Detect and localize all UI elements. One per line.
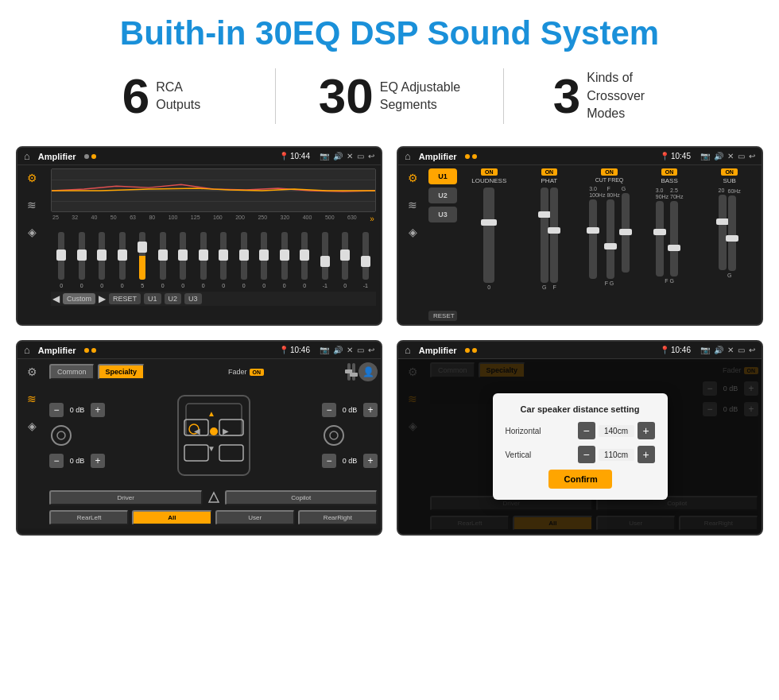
svg-text:▲: ▲ xyxy=(207,409,215,418)
home-icon[interactable]: ⌂ xyxy=(24,150,30,162)
eq-side-icons: ⚙ ≋ ◈ xyxy=(17,165,46,324)
stat-number-crossover: 3 xyxy=(553,72,580,121)
fader-on-badge[interactable]: ON xyxy=(250,369,265,376)
crossover-u3-btn[interactable]: U3 xyxy=(428,207,457,222)
vol-minus-3[interactable]: − xyxy=(322,403,336,417)
eq-reset-btn[interactable]: RESET xyxy=(109,293,141,304)
svg-text:◀: ◀ xyxy=(194,427,200,435)
minimize-icon[interactable]: ▭ xyxy=(357,152,364,160)
close-icon-4[interactable]: ✕ xyxy=(727,346,734,354)
eq-slider-4[interactable]: 0 xyxy=(114,232,132,288)
rearleft-btn[interactable]: RearLeft xyxy=(49,510,129,525)
cutfreq-on-badge[interactable]: ON xyxy=(601,168,618,176)
user-btn[interactable]: User xyxy=(215,510,295,525)
minimize-icon-2[interactable]: ▭ xyxy=(738,152,745,160)
svg-point-19 xyxy=(330,431,338,439)
eq-icon-3[interactable]: ⚙ xyxy=(27,365,37,378)
eq-slider-11[interactable]: 0 xyxy=(255,232,273,288)
eq-slider-10[interactable]: 0 xyxy=(235,232,254,288)
eq-u3-btn[interactable]: U3 xyxy=(184,293,202,304)
close-icon[interactable]: ✕ xyxy=(347,152,353,160)
fdot2 xyxy=(91,348,96,353)
back-icon-3[interactable]: ↩ xyxy=(368,346,374,354)
vol-plus-4[interactable]: + xyxy=(363,454,378,468)
eq-slider-1[interactable]: 0 xyxy=(52,232,71,288)
eq-icon[interactable]: ⚙ xyxy=(27,172,37,184)
eq-u1-btn[interactable]: U1 xyxy=(144,293,161,304)
crossover-dots xyxy=(465,154,477,159)
eq-u2-btn[interactable]: U2 xyxy=(165,293,182,304)
crossover-u2-btn[interactable]: U2 xyxy=(428,188,457,203)
close-icon-3[interactable]: ✕ xyxy=(347,346,353,354)
horizontal-minus-btn[interactable]: − xyxy=(578,422,595,439)
eq-slider-6[interactable]: 0 xyxy=(154,232,172,288)
phat-on-badge[interactable]: ON xyxy=(541,168,558,176)
fader-screen-card: ⌂ Amplifier 📍 10:46 📷 🔊 ✕ ▭ ↩ ⚙ ≋ xyxy=(16,340,382,536)
vol-plus-3[interactable]: + xyxy=(363,403,378,417)
eq-slider-7[interactable]: 0 xyxy=(174,232,192,288)
eq-next-btn[interactable]: ▶ xyxy=(99,293,106,304)
vol-minus-1[interactable]: − xyxy=(49,403,64,417)
vol-plus-1[interactable]: + xyxy=(91,403,105,417)
dot1 xyxy=(84,154,89,159)
eq-slider-13[interactable]: 0 xyxy=(296,232,314,288)
eq-slider-2[interactable]: 0 xyxy=(73,232,91,288)
speaker-icon[interactable]: ◈ xyxy=(28,226,37,238)
profile-icon[interactable]: 👤 xyxy=(358,362,378,381)
wave-icon[interactable]: ≋ xyxy=(27,199,37,211)
bass-on-badge[interactable]: ON xyxy=(661,168,678,176)
speaker-icon-3[interactable]: ◈ xyxy=(28,420,37,432)
eq-slider-14[interactable]: -1 xyxy=(316,232,335,288)
all-btn[interactable]: All xyxy=(132,510,211,525)
crossover-reset-btn[interactable]: RESET xyxy=(428,311,457,321)
eq-slider-8[interactable]: 0 xyxy=(195,232,213,288)
eq-slider-15[interactable]: 0 xyxy=(336,232,355,288)
close-icon-2[interactable]: ✕ xyxy=(727,152,734,160)
back-icon[interactable]: ↩ xyxy=(368,152,374,160)
vol-minus-4[interactable]: − xyxy=(322,454,336,468)
minimize-icon-4[interactable]: ▭ xyxy=(738,346,745,354)
horizontal-plus-btn[interactable]: + xyxy=(638,422,655,439)
rearright-btn[interactable]: RearRight xyxy=(298,510,378,525)
confirm-button[interactable]: Confirm xyxy=(548,470,612,489)
home-icon-2[interactable]: ⌂ xyxy=(405,150,411,162)
wave-icon-2[interactable]: ≋ xyxy=(408,199,417,211)
eq-icon-2[interactable]: ⚙ xyxy=(408,172,418,184)
home-icon-4[interactable]: ⌂ xyxy=(405,344,411,356)
vol-minus-2[interactable]: − xyxy=(49,454,64,468)
eq-slider-9[interactable]: 0 xyxy=(215,232,233,288)
crossover-app-title: Amplifier xyxy=(419,152,457,161)
home-icon-3[interactable]: ⌂ xyxy=(24,344,30,356)
volume-icon-4[interactable]: 🔊 xyxy=(714,346,723,354)
eq-prev-btn[interactable]: ◀ xyxy=(52,293,60,304)
specialty-tab[interactable]: Specialty xyxy=(98,364,145,380)
wave-icon-3[interactable]: ≋ xyxy=(27,393,37,405)
eq-screen-content: ⚙ ≋ ◈ xyxy=(17,165,381,324)
crossover-u1-btn[interactable]: U1 xyxy=(428,168,457,184)
svg-point-5 xyxy=(57,431,65,439)
dialog-app-title: Amplifier xyxy=(419,346,457,355)
volume-icon[interactable]: 🔊 xyxy=(333,152,343,160)
vertical-minus-btn[interactable]: − xyxy=(578,446,595,463)
minimize-icon-3[interactable]: ▭ xyxy=(357,346,364,354)
eq-slider-5[interactable]: 5 xyxy=(134,232,152,288)
speaker-icon-2[interactable]: ◈ xyxy=(409,226,417,238)
eq-custom-btn[interactable]: Custom xyxy=(63,293,95,304)
driver-btn[interactable]: Driver xyxy=(49,490,203,505)
eq-slider-12[interactable]: 0 xyxy=(276,232,294,288)
vertical-plus-btn[interactable]: + xyxy=(638,446,655,463)
copilot-btn[interactable]: Copilot xyxy=(225,490,378,505)
horizontal-value: 140cm xyxy=(599,425,634,437)
eq-slider-3[interactable]: 0 xyxy=(93,232,111,288)
vol-plus-2[interactable]: + xyxy=(91,454,105,468)
back-icon-2[interactable]: ↩ xyxy=(749,152,755,160)
eq-slider-16[interactable]: -1 xyxy=(357,232,375,288)
vol-ctrl-1: − 0 dB + xyxy=(49,403,105,417)
vol-val-3: 0 dB xyxy=(339,406,361,414)
sub-on-badge[interactable]: ON xyxy=(721,168,738,176)
loudness-on-badge[interactable]: ON xyxy=(481,168,498,176)
volume-icon-2[interactable]: 🔊 xyxy=(714,152,723,160)
back-icon-4[interactable]: ↩ xyxy=(749,346,755,354)
common-tab[interactable]: Common xyxy=(49,364,95,380)
volume-icon-3[interactable]: 🔊 xyxy=(333,346,343,354)
